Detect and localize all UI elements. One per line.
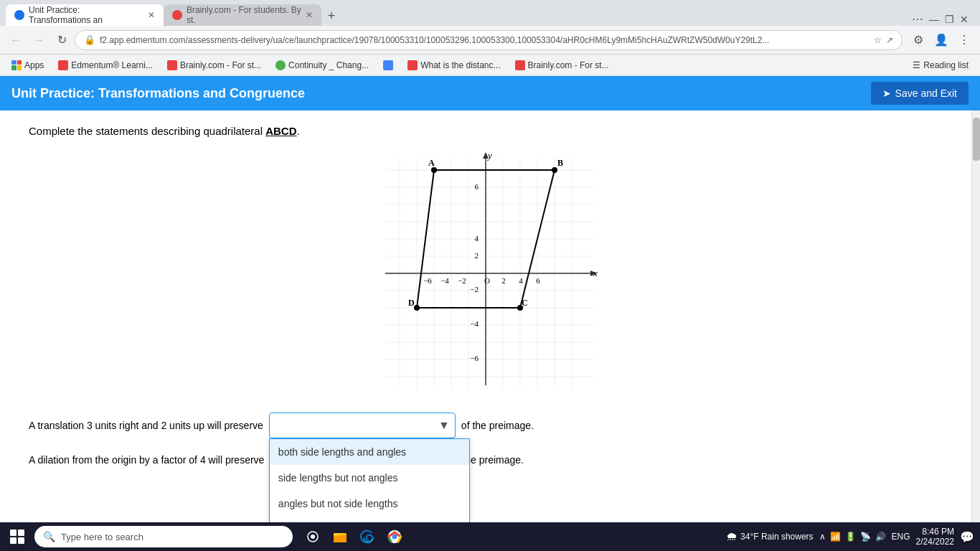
bookmarks-bar: Apps Edmentum® Learni... Brainly.com - F… <box>0 55 980 76</box>
main-content: Complete the statements describing quadr… <box>0 110 980 522</box>
profile-button[interactable]: 👤 <box>931 30 951 50</box>
extensions-button[interactable]: ⚙ <box>908 30 928 50</box>
svg-text:O: O <box>484 276 490 285</box>
edge-button[interactable] <box>356 525 379 548</box>
graph-container: x y −2 −4 −6 2 4 6 O 4 2 6 −2 −4 −6 <box>29 151 943 395</box>
bookmark-brainly-1[interactable]: Brainly.com - For st... <box>161 59 267 72</box>
svg-text:4: 4 <box>519 276 523 285</box>
tab-bar: Unit Practice: Transformations an ✕ Brai… <box>0 0 980 26</box>
taskbar-search-bar[interactable]: 🔍 Type here to search <box>34 526 293 547</box>
reading-list-icon: ☰ <box>913 60 920 70</box>
taskbar-datetime: 8:46 PM 2/24/2022 <box>916 527 954 547</box>
network-icon[interactable]: 📶 <box>830 532 841 542</box>
scroll-area[interactable]: Complete the statements describing quadr… <box>0 110 971 522</box>
point-D <box>414 305 420 311</box>
share-icon[interactable]: ↗ <box>886 35 893 45</box>
svg-text:−6: −6 <box>423 276 432 285</box>
dropdown-1-container[interactable]: both side lengths and angles side length… <box>269 413 456 438</box>
reading-list-button[interactable]: ☰ Reading list <box>907 59 974 72</box>
back-button[interactable]: ← <box>6 30 26 50</box>
dropdown-option-side[interactable]: side lengths but not angles <box>270 465 469 491</box>
edge-icon <box>360 529 374 544</box>
wifi-icon[interactable]: 📡 <box>860 532 871 542</box>
chrome-button[interactable] <box>383 525 406 548</box>
tab-label-2: Brainly.com - For students. By st. <box>187 5 301 25</box>
taskbar-date-display: 2/24/2022 <box>916 537 954 547</box>
forward-button[interactable]: → <box>29 30 49 50</box>
dropdown-1-options: both side lengths and angles side length… <box>269 438 470 522</box>
save-exit-icon: ➤ <box>882 88 891 99</box>
tab-unit-practice[interactable]: Unit Practice: Transformations an ✕ <box>6 4 164 26</box>
menu-button[interactable]: ⋮ <box>954 30 974 50</box>
bookmark-star[interactable]: ☆ <box>874 35 882 45</box>
y-axis-label: y <box>486 151 492 161</box>
svg-text:2: 2 <box>501 276 506 285</box>
x-axis-label: x <box>593 268 598 278</box>
bookmark-continuity[interactable]: Continuity _ Chang... <box>270 59 374 72</box>
weather-text: 34°F Rain showers <box>740 532 814 542</box>
scrollbar[interactable] <box>971 110 980 522</box>
tab-close-2[interactable]: ✕ <box>306 10 313 20</box>
reading-list-label: Reading list <box>923 60 969 70</box>
task-view-icon <box>306 529 320 544</box>
tab-brainly[interactable]: Brainly.com - For students. By st. ✕ <box>164 4 321 26</box>
dropdown-option-neither[interactable]: neither side lengths nor angles <box>270 517 469 522</box>
dropdown-option-angles[interactable]: angles but not side lengths <box>270 491 469 517</box>
tab-minimize[interactable]: ⋯ <box>912 12 923 26</box>
windows-logo-icon <box>10 529 24 544</box>
label-D: D <box>408 298 415 308</box>
bookmark-apps[interactable]: Apps <box>6 59 50 72</box>
tab-close-window[interactable]: ✕ <box>960 14 969 25</box>
point-A <box>431 167 437 173</box>
taskbar-right: 🌧 34°F Rain showers ∧ 📶 🔋 📡 🔊 ENG 8:46 P… <box>726 527 974 547</box>
taskbar-time-display: 8:46 PM <box>916 527 954 537</box>
tab-label-1: Unit Practice: Transformations an <box>29 5 143 25</box>
chevron-icon[interactable]: ∧ <box>819 532 826 542</box>
svg-text:6: 6 <box>475 182 479 191</box>
bookmark-brainly-2-label: Brainly.com - For st... <box>528 60 609 70</box>
label-C: C <box>522 298 528 308</box>
file-explorer-button[interactable] <box>329 525 352 548</box>
save-exit-button[interactable]: ➤ Save and Exit <box>871 82 969 105</box>
svg-text:4: 4 <box>475 234 479 242</box>
address-bar[interactable]: 🔒 f2.app.edmentum.com/assessments-delive… <box>75 30 903 50</box>
svg-text:−2: −2 <box>470 285 479 293</box>
task-view-button[interactable] <box>301 525 324 548</box>
battery-icon[interactable]: 🔋 <box>845 532 856 542</box>
dropdown-1[interactable]: both side lengths and angles side length… <box>269 413 456 438</box>
svg-text:2: 2 <box>475 251 479 260</box>
bookmark-apps-label: Apps <box>24 60 44 70</box>
new-tab-button[interactable]: + <box>321 6 341 26</box>
bookmark-distance-label: What is the distanc... <box>420 60 500 70</box>
tab-favicon-1 <box>14 10 24 20</box>
tab-maximize[interactable]: ❐ <box>945 14 954 25</box>
bookmark-continuity-label: Continuity _ Chang... <box>288 60 369 70</box>
bookmark-globe[interactable] <box>377 59 399 72</box>
reload-button[interactable]: ↻ <box>52 30 72 50</box>
bookmark-edmentum[interactable]: Edmentum® Learni... <box>52 59 159 72</box>
chrome-icon <box>387 529 402 544</box>
scrollbar-thumb[interactable] <box>973 118 980 161</box>
save-exit-label: Save and Exit <box>895 88 957 99</box>
weather-widget: 🌧 34°F Rain showers <box>726 530 814 543</box>
coordinate-graph: x y −2 −4 −6 2 4 6 O 4 2 6 −2 −4 −6 <box>371 151 600 395</box>
address-icons: ☆ ↗ <box>874 35 893 45</box>
svg-rect-45 <box>334 533 339 536</box>
svg-text:6: 6 <box>536 276 540 285</box>
start-button[interactable] <box>6 525 29 548</box>
tab-favicon-2 <box>172 10 182 20</box>
dropdown-option-both[interactable]: both side lengths and angles <box>270 439 469 465</box>
bookmark-distance[interactable]: What is the distanc... <box>402 59 506 72</box>
svg-text:−4: −4 <box>470 319 479 328</box>
nav-bar: ← → ↻ 🔒 f2.app.edmentum.com/assessments-… <box>0 26 980 55</box>
weather-icon: 🌧 <box>726 530 738 543</box>
quadrilateral-label: ABCD <box>265 125 296 137</box>
bookmark-brainly-2[interactable]: Brainly.com - For st... <box>509 59 615 72</box>
tab-close-1[interactable]: ✕ <box>148 10 155 20</box>
volume-icon[interactable]: 🔊 <box>875 532 886 542</box>
svg-text:−2: −2 <box>458 276 466 285</box>
tab-restore[interactable]: — <box>929 14 939 25</box>
notification-button[interactable]: 💬 <box>960 530 974 544</box>
taskbar: 🔍 Type here to search <box>0 522 980 551</box>
address-text: f2.app.edmentum.com/assessments-delivery… <box>100 35 868 45</box>
